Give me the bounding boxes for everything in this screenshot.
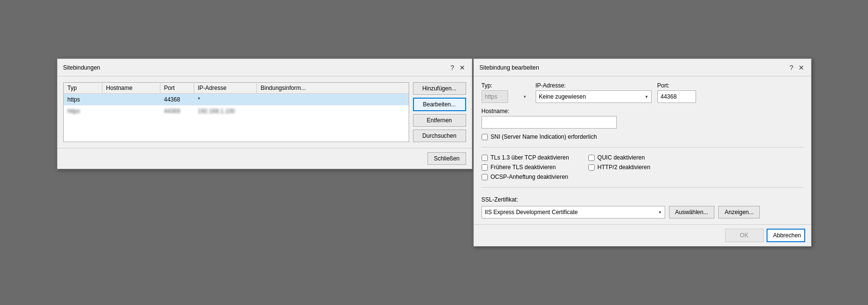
typ-select-wrapper: https — [482, 90, 530, 103]
row2-ip: 192.168.1.100 — [194, 106, 257, 116]
right-dialog-content: Typ: https IP-Adresse: Keine zugewiesen — [474, 76, 811, 224]
edit-binding-dialog: Sitebindung bearbeiten ? ✕ Typ: https — [473, 58, 811, 247]
col-ip: IP-Adresse — [194, 83, 257, 93]
ssl-certificate-select[interactable]: IIS Express Development Certificate — [482, 206, 665, 218]
ssl-label: SSL-Zertifikat: — [482, 196, 803, 203]
left-dialog-content: Typ Hostname Port IP-Adresse Bindungsinf… — [57, 76, 472, 148]
quic-label: QUIC deaktivieren — [598, 154, 645, 161]
row2-bindung — [257, 106, 409, 116]
ip-select[interactable]: Keine zugewiesen — [536, 90, 652, 103]
http2-row: HTTP/2 deaktivieren — [588, 164, 650, 171]
ok-button[interactable]: OK — [725, 229, 764, 242]
ssl-select-button[interactable]: Auswählen... — [669, 206, 715, 218]
bindings-table: Typ Hostname Port IP-Adresse Bindungsinf… — [63, 82, 409, 142]
row2-port: 44369 — [160, 106, 194, 116]
left-close-button[interactable]: ✕ — [458, 64, 466, 72]
typ-select: https — [482, 90, 508, 103]
ip-select-wrapper: Keine zugewiesen — [536, 90, 652, 103]
ip-group: IP-Adresse: Keine zugewiesen — [536, 82, 652, 103]
ssl-row: IIS Express Development Certificate Ausw… — [482, 206, 803, 218]
typ-label: Typ: — [482, 82, 530, 89]
port-input[interactable] — [657, 90, 696, 103]
http2-checkbox[interactable] — [588, 164, 595, 171]
right-footer: OK Abbrechen — [474, 224, 811, 246]
col-port: Port — [160, 83, 194, 93]
table-row[interactable]: https 44369 192.168.1.100 — [64, 105, 409, 117]
row1-hostname — [102, 95, 160, 104]
fruehere-tls-checkbox[interactable] — [482, 164, 488, 171]
right-close-button[interactable]: ✕ — [797, 64, 805, 72]
remove-button[interactable]: Entfernen — [413, 114, 466, 127]
divider1 — [482, 147, 803, 147]
sni-row: SNI (Server Name Indication) erforderlic… — [482, 133, 803, 140]
tls13-row: TLs 1.3 über TCP deaktivieren — [482, 154, 569, 161]
row2-typ: https — [64, 106, 102, 116]
ssl-select-wrapper: IIS Express Development Certificate — [482, 206, 665, 218]
fruehere-tls-label: Frühere TLS deaktivieren — [491, 164, 556, 171]
table-body: https 44368 * https 44369 192.168.1.100 — [64, 94, 409, 142]
right-titlebar: Sitebindung bearbeiten ? ✕ — [474, 59, 811, 76]
cancel-button[interactable]: Abbrechen — [767, 229, 805, 242]
typ-group: Typ: https — [482, 82, 530, 103]
left-footer: Schließen — [57, 148, 472, 169]
ocsp-checkbox[interactable] — [482, 174, 488, 180]
row1-typ: https — [64, 95, 102, 104]
ssl-section: SSL-Zertifikat: IIS Express Development … — [482, 196, 803, 218]
port-group: Port: — [657, 82, 696, 103]
ip-label: IP-Adresse: — [536, 82, 652, 89]
divider2 — [482, 187, 803, 188]
http2-label: HTTP/2 deaktivieren — [598, 164, 650, 171]
row1-bindung — [257, 95, 409, 104]
tls13-label: TLs 1.3 über TCP deaktivieren — [491, 154, 569, 161]
ssl-view-button[interactable]: Anzeigen... — [718, 206, 760, 218]
table-header: Typ Hostname Port IP-Adresse Bindungsinf… — [64, 83, 409, 94]
fruehere-tls-row: Frühere TLS deaktivieren — [482, 164, 569, 171]
add-button[interactable]: Hinzufügen... — [413, 82, 466, 95]
quic-row: QUIC deaktivieren — [588, 154, 650, 161]
tls13-checkbox[interactable] — [482, 155, 488, 161]
left-titlebar: Sitebindungen ? ✕ — [57, 59, 472, 76]
sni-checkbox[interactable] — [482, 134, 488, 140]
row1-port: 44368 — [160, 95, 194, 104]
table-row[interactable]: https 44368 * — [64, 94, 409, 105]
left-dialog-title: Sitebindungen — [63, 64, 100, 71]
row1-ip: * — [194, 95, 257, 104]
col-bindung: Bindungsinform... — [257, 83, 409, 93]
right-titlebar-buttons: ? ✕ — [788, 64, 805, 72]
hostname-input[interactable] — [482, 116, 617, 129]
sni-label: SNI (Server Name Indication) erforderlic… — [491, 133, 597, 140]
left-action-buttons: Hinzufügen... Bearbeiten... Entfernen Du… — [413, 82, 466, 142]
close-button[interactable]: Schließen — [427, 152, 466, 165]
hostname-label: Hostname: — [482, 108, 803, 115]
checkbox-columns: TLs 1.3 über TCP deaktivieren Frühere TL… — [482, 154, 803, 180]
type-ip-port-row: Typ: https IP-Adresse: Keine zugewiesen — [482, 82, 803, 103]
col-hostname: Hostname — [102, 83, 160, 93]
right-help-button[interactable]: ? — [788, 64, 796, 72]
col-typ: Typ — [64, 83, 102, 93]
ocsp-row: OCSP-Anheftung deaktivieren — [482, 174, 569, 180]
left-checkboxes: TLs 1.3 über TCP deaktivieren Frühere TL… — [482, 154, 569, 180]
hostname-row: Hostname: — [482, 108, 803, 129]
browse-button[interactable]: Durchsuchen — [413, 130, 466, 142]
right-dialog-title: Sitebindung bearbeiten — [480, 64, 539, 71]
left-help-button[interactable]: ? — [449, 64, 456, 72]
left-titlebar-buttons: ? ✕ — [449, 64, 466, 72]
sitebindungen-dialog: Sitebindungen ? ✕ Typ Hostname Port IP-A… — [57, 58, 472, 169]
row2-hostname — [102, 106, 160, 116]
right-checkboxes: QUIC deaktivieren HTTP/2 deaktivieren — [588, 154, 650, 180]
quic-checkbox[interactable] — [588, 155, 595, 161]
edit-button[interactable]: Bearbeiten... — [413, 98, 466, 111]
ocsp-label: OCSP-Anheftung deaktivieren — [491, 174, 569, 180]
port-label: Port: — [657, 82, 696, 89]
